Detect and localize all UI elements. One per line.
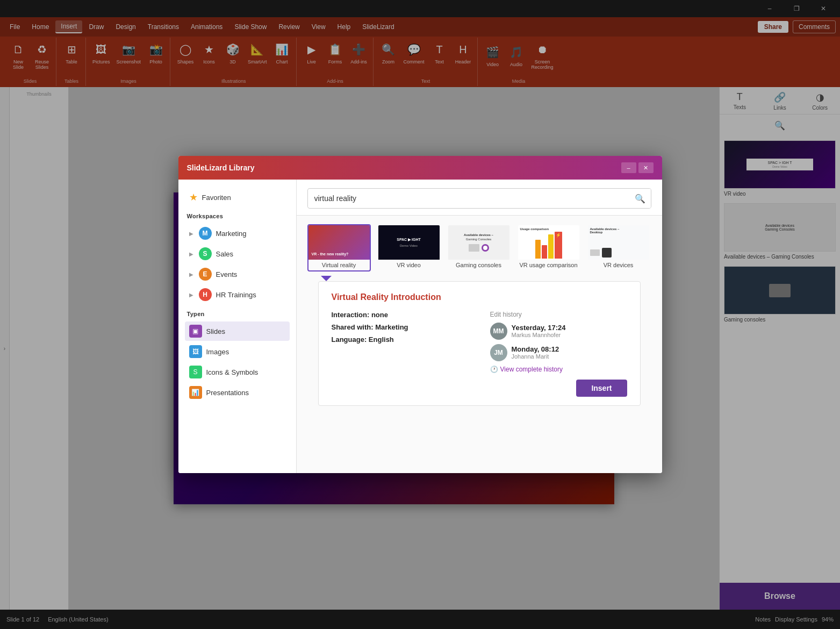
clock-icon: 🕐	[490, 366, 498, 373]
icons-symbols-type-icon: S	[189, 366, 202, 378]
history-user-1: Markus Mannhofer	[512, 332, 566, 338]
result-card-vr-devices[interactable]: Available devices –Desktop VR d	[587, 224, 650, 271]
sales-label: Sales	[216, 250, 234, 258]
preview-actions: Insert	[332, 380, 627, 397]
result-card-label-2: VR video	[378, 260, 440, 270]
result-card-label-5: VR devices	[588, 260, 649, 270]
result-card-label-3: Gaming consoles	[448, 260, 509, 270]
slidelizard-modal: SlideLizard Library – ✕ ★ Favoriten Work…	[178, 156, 662, 473]
modal-body: ★ Favoriten Workspaces ▶ M Marketing ▶ S…	[178, 180, 662, 473]
preview-detail: Virtual Reality Introduction Interaction…	[318, 281, 641, 406]
modal-header-controls: – ✕	[621, 162, 654, 173]
interaction-row: Interaction: none	[332, 311, 469, 319]
history-info-1: Yesterday, 17:24 Markus Mannhofer	[512, 324, 566, 338]
result-card-label-1: Virtual reality	[308, 260, 370, 270]
search-input[interactable]	[308, 190, 629, 207]
interaction-label: Interaction:	[332, 311, 370, 319]
icons-symbols-type-label: Icons & Symbols	[206, 368, 259, 376]
presentations-type-icon: 📊	[189, 386, 202, 399]
history-time-2: Monday, 08:12	[512, 345, 559, 353]
result-card-gaming[interactable]: Available devices – Gaming Consoles	[447, 224, 511, 271]
search-submit-button[interactable]: 🔍	[629, 189, 651, 208]
sidebar-item-marketing[interactable]: ▶ M Marketing	[185, 224, 290, 243]
history-user-2: Johanna Marit	[512, 353, 559, 360]
sidebar-item-events[interactable]: ▶ E Events	[185, 265, 290, 284]
slides-type-label: Slides	[206, 327, 225, 335]
language-label: Language:	[332, 335, 367, 344]
expand-icon: ▶	[189, 251, 193, 257]
result-card-vr-video[interactable]: SPAC ▶ IGHT Demo Video VR video	[377, 224, 441, 271]
modal-header: SlideLizard Library – ✕	[178, 156, 662, 180]
selection-arrow	[307, 276, 651, 281]
result-card-thumb-5: Available devices –Desktop	[588, 225, 649, 260]
window-chrome: – ❐ ✕ File Home Insert Draw Design Trans…	[0, 0, 840, 629]
results-grid: VR - the new reality? Virtual reality	[307, 224, 651, 271]
events-label: Events	[216, 270, 238, 278]
search-submit-icon: 🔍	[635, 194, 645, 204]
modal-overlay: SlideLizard Library – ✕ ★ Favoriten Work…	[0, 0, 840, 629]
preview-title: Virtual Reality Introduction	[332, 292, 627, 302]
interaction-value: none	[371, 311, 388, 319]
history-entry-1: MM Yesterday, 17:24 Markus Mannhofer	[490, 323, 627, 340]
result-card-label-4: VR usage comparison	[518, 260, 579, 270]
sales-avatar: S	[199, 247, 212, 260]
sidebar-item-presentations[interactable]: 📊 Presentations	[185, 383, 290, 402]
marketing-avatar: M	[199, 227, 212, 240]
history-avatar-2: JM	[490, 344, 507, 361]
results-area: VR - the new reality? Virtual reality	[297, 216, 662, 473]
expand-icon: ▶	[189, 271, 193, 277]
images-type-label: Images	[206, 348, 229, 356]
sidebar-item-favorites[interactable]: ★ Favoriten	[185, 188, 290, 206]
presentations-type-label: Presentations	[206, 389, 249, 397]
preview-history: Edit history MM Yesterday, 17:24 Markus …	[490, 311, 627, 373]
sidebar-item-images[interactable]: 🖼 Images	[185, 342, 290, 361]
marketing-label: Marketing	[216, 230, 247, 238]
view-history-link[interactable]: 🕐 View complete history	[490, 366, 627, 373]
shared-row: Shared with: Marketing	[332, 323, 469, 331]
events-avatar: E	[199, 268, 212, 281]
history-entry-2: JM Monday, 08:12 Johanna Marit	[490, 344, 627, 361]
history-time-1: Yesterday, 17:24	[512, 324, 566, 332]
types-label: Typen	[185, 311, 290, 317]
result-card-thumb-2: SPAC ▶ IGHT Demo Video	[378, 225, 440, 260]
hr-avatar: H	[199, 288, 212, 301]
shared-value: Marketing	[375, 323, 408, 331]
history-label: Edit history	[490, 311, 627, 318]
result-card-thumb-4: Usage comparison ⚡	[518, 225, 579, 260]
result-card-vr-usage[interactable]: Usage comparison ⚡	[517, 224, 580, 271]
sidebar-item-hr[interactable]: ▶ H HR Trainings	[185, 285, 290, 304]
hr-label: HR Trainings	[216, 291, 256, 299]
modal-title: SlideLizard Library	[187, 163, 255, 172]
modal-sidebar: ★ Favoriten Workspaces ▶ M Marketing ▶ S…	[178, 180, 297, 473]
sidebar-item-icons-symbols[interactable]: S Icons & Symbols	[185, 362, 290, 382]
preview-meta-edit: Interaction: none Shared with: Marketing…	[332, 311, 627, 373]
language-row: Language: English	[332, 335, 469, 344]
language-value: English	[369, 335, 394, 344]
slides-type-icon: ▣	[189, 325, 202, 338]
favorites-star-icon: ★	[189, 191, 198, 203]
modal-close-button[interactable]: ✕	[638, 162, 654, 173]
history-info-2: Monday, 08:12 Johanna Marit	[512, 345, 559, 360]
modal-minimize-button[interactable]: –	[621, 162, 636, 173]
history-avatar-1: MM	[490, 323, 507, 340]
insert-button[interactable]: Insert	[576, 380, 627, 397]
workspaces-label: Workspaces	[185, 213, 290, 219]
result-card-virtual-reality[interactable]: VR - the new reality? Virtual reality	[307, 224, 371, 271]
sidebar-item-sales[interactable]: ▶ S Sales	[185, 244, 290, 263]
result-card-thumb-3: Available devices – Gaming Consoles	[448, 225, 509, 260]
sidebar-item-slides[interactable]: ▣ Slides	[185, 321, 290, 341]
search-bar: 🔍	[297, 180, 662, 216]
expand-icon: ▶	[189, 231, 193, 237]
expand-icon: ▶	[189, 292, 193, 298]
shared-label: Shared with:	[332, 323, 374, 331]
preview-meta: Interaction: none Shared with: Marketing…	[332, 311, 469, 373]
modal-main-content: 🔍	[297, 180, 662, 473]
images-type-icon: 🖼	[189, 345, 202, 358]
search-input-wrap: 🔍	[307, 188, 651, 209]
view-history-label: View complete history	[500, 366, 563, 373]
result-card-thumb-1: VR - the new reality?	[308, 225, 370, 260]
favorites-label: Favoriten	[202, 194, 231, 202]
